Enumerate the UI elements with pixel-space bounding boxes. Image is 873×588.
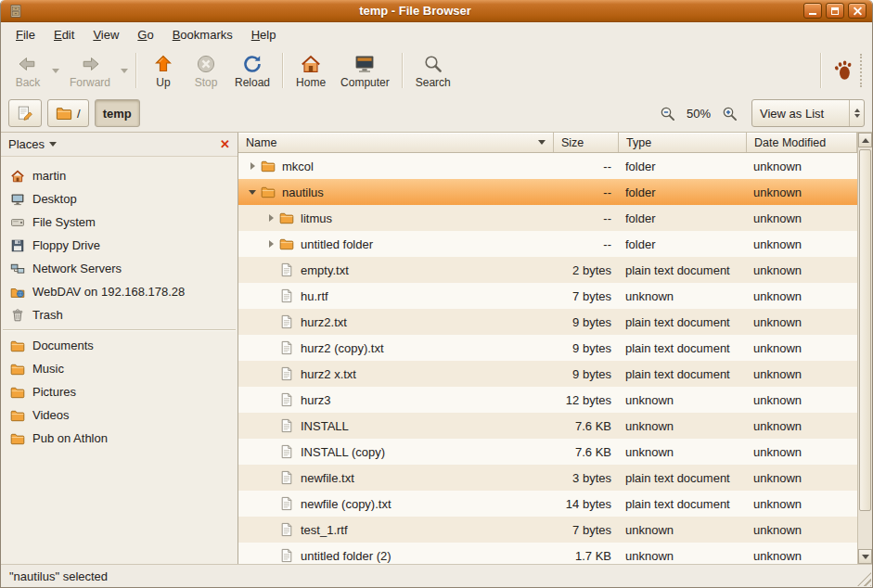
file-name: hurz2.txt xyxy=(301,315,347,329)
file-name: nautilus xyxy=(282,185,324,199)
toolbar-handle[interactable] xyxy=(860,54,865,87)
file-row-hu-rtf[interactable]: hu.rtf7 bytesunknownunknown xyxy=(238,283,857,309)
file-type: unknown xyxy=(619,289,747,303)
expander-expanded-icon[interactable] xyxy=(244,190,261,195)
expander-collapsed-icon[interactable] xyxy=(244,162,261,170)
view-mode-select[interactable]: View as List xyxy=(751,99,865,127)
forward-dropdown[interactable] xyxy=(118,49,131,92)
file-icon xyxy=(279,418,294,433)
file-row-test-1-rtf[interactable]: test_1.rtf7 bytesunknownunknown xyxy=(238,517,857,543)
sidebar-item-music[interactable]: Music xyxy=(1,357,238,380)
scroll-down-button[interactable] xyxy=(858,549,872,564)
file-row-untitled-folder[interactable]: untitled folder--folderunknown xyxy=(238,231,857,257)
column-header-name[interactable]: Name xyxy=(238,133,554,152)
sidebar-item-file-system[interactable]: File System xyxy=(1,211,238,234)
minimize-button[interactable] xyxy=(803,3,822,19)
file-name: hurz3 xyxy=(301,393,331,407)
folder-icon xyxy=(261,159,276,173)
file-row-untitled-folder-2[interactable]: untitled folder (2)1.7 KBunknownunknown xyxy=(238,543,857,564)
forward-icon xyxy=(79,53,101,75)
gnome-logo-icon[interactable] xyxy=(832,59,854,82)
file-modified: unknown xyxy=(747,497,857,511)
places-header[interactable]: Places ✕ xyxy=(1,133,238,157)
toolbar-separator xyxy=(820,53,822,88)
up-button[interactable]: Up xyxy=(142,49,185,92)
close-button[interactable] xyxy=(848,3,867,19)
zoom-in-button[interactable] xyxy=(722,106,738,121)
file-size: 3 bytes xyxy=(554,471,619,485)
file-row-hurz2-txt[interactable]: hurz2.txt9 bytesplain text documentunkno… xyxy=(238,309,857,335)
file-row-hurz2-x-txt[interactable]: hurz2 x.txt9 bytesplain text documentunk… xyxy=(238,361,857,387)
scrollbar-track[interactable] xyxy=(858,147,872,549)
file-type: unknown xyxy=(619,393,747,407)
resize-grip[interactable] xyxy=(857,572,871,586)
title-bar[interactable]: temp - File Browser xyxy=(1,0,872,22)
file-size: -- xyxy=(554,185,619,199)
file-type: unknown xyxy=(619,549,747,563)
file-row-install[interactable]: INSTALL7.6 KBunknownunknown xyxy=(238,413,857,439)
edit-location-icon xyxy=(17,105,33,121)
file-icon xyxy=(279,392,294,407)
scrollbar-thumb[interactable] xyxy=(859,149,871,511)
sidebar-item-martin[interactable]: martin xyxy=(1,164,238,187)
sidebar-item-documents[interactable]: Documents xyxy=(1,334,238,357)
trash-icon xyxy=(10,308,25,323)
sidebar-item-desktop[interactable]: Desktop xyxy=(1,187,238,211)
menu-go[interactable]: Go xyxy=(128,22,162,46)
vertical-scrollbar[interactable] xyxy=(857,133,872,564)
menu-bookmarks[interactable]: Bookmarks xyxy=(163,22,242,46)
zoom-out-button[interactable] xyxy=(660,106,675,121)
file-size: -- xyxy=(554,211,619,225)
reload-icon xyxy=(241,53,263,75)
minimize-icon xyxy=(809,13,816,15)
file-size: -- xyxy=(554,237,619,251)
file-modified: unknown xyxy=(747,315,857,329)
file-row-mkcol[interactable]: mkcol--folderunknown xyxy=(238,153,857,179)
file-row-install-copy[interactable]: INSTALL (copy)7.6 KBunknownunknown xyxy=(238,439,857,465)
file-size: 9 bytes xyxy=(554,315,619,329)
path-button-root[interactable]: / xyxy=(47,99,89,127)
close-sidebar-button[interactable]: ✕ xyxy=(220,138,230,150)
sidebar-item-pub-on-athlon[interactable]: Pub on Athlon xyxy=(1,427,238,450)
sidebar-item-network-servers[interactable]: Network Servers xyxy=(1,257,238,280)
file-modified: unknown xyxy=(747,393,857,407)
maximize-button[interactable] xyxy=(826,3,844,19)
reload-button[interactable]: Reload xyxy=(227,49,277,92)
places-caret-icon xyxy=(49,142,57,147)
sidebar-item-webdav-on-192-168-178-28[interactable]: WebDAV on 192.168.178.28 xyxy=(1,280,238,303)
expander-collapsed-icon[interactable] xyxy=(263,214,279,222)
path-button-temp[interactable]: temp xyxy=(95,99,140,127)
search-button[interactable]: Search xyxy=(408,49,458,92)
column-header-size[interactable]: Size xyxy=(554,133,619,152)
menu-view[interactable]: View xyxy=(83,22,128,46)
scroll-up-button[interactable] xyxy=(858,133,872,147)
sidebar-item-pictures[interactable]: Pictures xyxy=(1,380,238,403)
sidebar-item-trash[interactable]: Trash xyxy=(1,303,238,326)
expander-collapsed-icon[interactable] xyxy=(263,240,279,248)
menu-file[interactable]: File xyxy=(6,22,45,46)
file-icon xyxy=(279,522,294,537)
sidebar-item-videos[interactable]: Videos xyxy=(1,403,238,427)
column-header-date-modified[interactable]: Date Modified xyxy=(747,133,857,152)
column-header-type[interactable]: Type xyxy=(619,133,747,152)
toolbar-separator xyxy=(135,53,137,88)
file-row-hurz3[interactable]: hurz312 bytesunknownunknown xyxy=(238,387,857,413)
file-name: litmus xyxy=(301,211,332,225)
file-type: folder xyxy=(619,211,747,225)
edit-location-button[interactable] xyxy=(8,99,42,127)
file-row-empty-txt[interactable]: empty.txt2 bytesplain text documentunkno… xyxy=(238,257,857,283)
file-row-newfile-txt[interactable]: newfile.txt3 bytesplain text documentunk… xyxy=(238,465,857,491)
back-dropdown[interactable] xyxy=(49,49,62,92)
file-modified: unknown xyxy=(747,263,857,277)
file-row-hurz2-copy-txt[interactable]: hurz2 (copy).txt9 bytesplain text docume… xyxy=(238,335,857,361)
file-icon xyxy=(279,548,294,563)
sidebar-item-floppy-drive[interactable]: Floppy Drive xyxy=(1,234,238,257)
menu-edit[interactable]: Edit xyxy=(45,22,83,46)
computer-button[interactable]: Computer xyxy=(333,49,397,92)
home-button[interactable]: Home xyxy=(289,49,333,92)
menu-help[interactable]: Help xyxy=(242,22,286,46)
file-row-litmus[interactable]: litmus--folderunknown xyxy=(238,205,857,231)
computer-icon xyxy=(353,53,376,75)
file-row-newfile-copy-txt[interactable]: newfile (copy).txt14 bytesplain text doc… xyxy=(238,491,857,517)
file-row-nautilus[interactable]: nautilus--folderunknown xyxy=(238,179,857,205)
